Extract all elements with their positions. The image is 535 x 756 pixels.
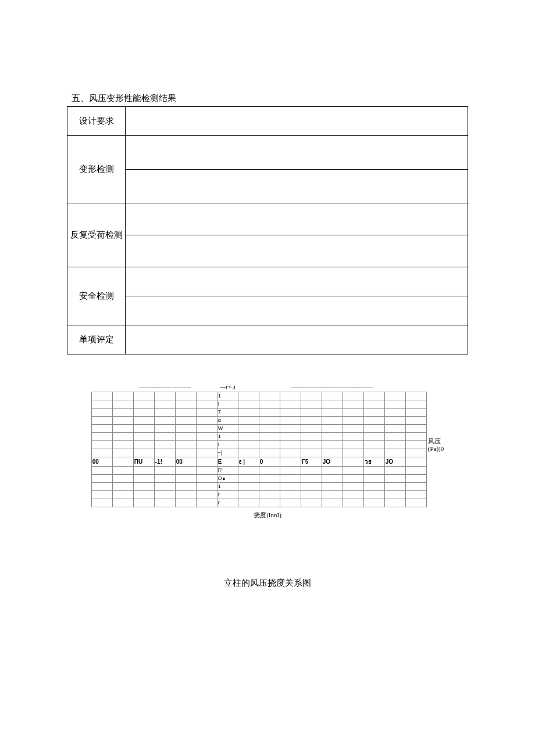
- row-label-repeat: 反复受荷检测: [67, 203, 126, 267]
- chart-top-marker: ~~Γ*-J: [217, 384, 238, 392]
- x-tick: -1!: [154, 457, 175, 466]
- y-marker: 1: [217, 432, 238, 440]
- x-tick: 00: [91, 457, 112, 466]
- x-tick: ПU: [133, 457, 154, 466]
- row-value-repeat-2: [126, 235, 468, 267]
- chart-top-dash-left: ---------------------- -------------: [112, 384, 217, 392]
- y-marker: α: [217, 416, 238, 424]
- x-tick: JO: [322, 457, 343, 466]
- y-marker: Γ∕: [217, 466, 238, 474]
- y-marker: W: [217, 424, 238, 432]
- x-tick: [343, 457, 363, 466]
- row-label-design: 设计要求: [67, 107, 126, 136]
- row-label-eval: 单项评定: [67, 325, 126, 354]
- y-marker: 7: [217, 408, 238, 416]
- results-table: 设计要求 变形检测 反复受荷检测 安全检测 单项评定: [67, 106, 468, 354]
- y-marker: Γ: [217, 490, 238, 499]
- x-tick: วธ: [363, 457, 384, 466]
- x-tick: 00: [175, 457, 196, 466]
- row-value-eval: [126, 325, 468, 354]
- row-value-repeat-1: [126, 203, 468, 235]
- y-marker: 1: [217, 482, 238, 490]
- x-tick: [280, 457, 301, 466]
- y-marker: ~|: [217, 449, 238, 457]
- y-marker: r: [217, 499, 238, 507]
- row-value-deform-2: [126, 170, 468, 203]
- row-value-design: [126, 107, 468, 136]
- row-label-safety: 安全检测: [67, 267, 126, 325]
- y-marker: 1: [217, 392, 238, 400]
- chart-area: ---------------------- ------------- ~~Γ…: [67, 384, 468, 589]
- y-marker: I: [217, 400, 238, 408]
- x-tick: Γ5: [301, 457, 322, 466]
- section-title: 五、风压变形性能检测结果: [67, 93, 468, 104]
- x-tick: JO: [384, 457, 405, 466]
- y-marker: I: [217, 440, 238, 449]
- chart-title: 立柱的风压挠度关系图: [224, 578, 311, 589]
- row-value-safety-2: [126, 296, 468, 325]
- row-label-deform: 变形检测: [67, 136, 126, 203]
- row-value-safety-1: [126, 267, 468, 296]
- chart-y-label: 风压 (Pa))0: [428, 438, 444, 453]
- x-tick: ε |: [238, 457, 259, 466]
- y-marker: O∎: [217, 474, 238, 482]
- x-tick: [196, 457, 217, 466]
- chart-top-dash-right: ----------------------------------------…: [238, 384, 426, 392]
- x-tick: 0: [259, 457, 280, 466]
- chart-grid: ---------------------- ------------- ~~Γ…: [91, 384, 427, 507]
- chart-y-label-top: 风压: [428, 438, 444, 445]
- x-tick: Ε: [217, 457, 238, 466]
- x-tick: [112, 457, 133, 466]
- x-tick: [405, 457, 426, 466]
- row-value-deform-1: [126, 136, 468, 170]
- chart-y-label-bottom: (Pa))0: [428, 445, 444, 453]
- document-content: 五、风压变形性能检测结果 设计要求 变形检测 反复受荷检测 安全检测 单项评定: [0, 0, 535, 589]
- chart-x-label: 挠度(InnI): [254, 511, 281, 519]
- chart-container: ---------------------- ------------- ~~Γ…: [91, 384, 444, 507]
